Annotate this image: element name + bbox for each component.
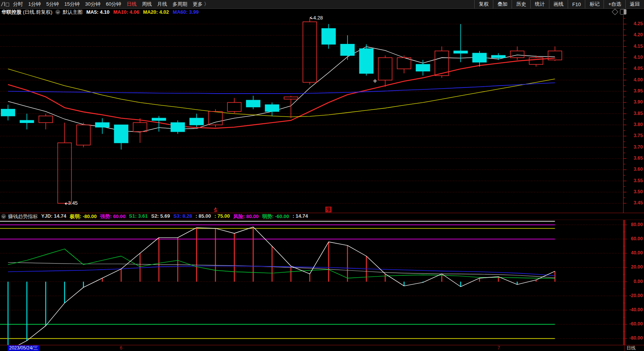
candle-body-down — [95, 123, 109, 127]
zhang-badge: 涨 — [325, 207, 332, 212]
candle-body-down — [341, 44, 354, 55]
period-tab-周线[interactable]: 周线 — [142, 1, 152, 8]
titlebar-axis-line — [623, 9, 624, 15]
indicator-tick-label: -60.00 — [626, 321, 643, 327]
period-tab-15分钟[interactable]: 15分钟 — [64, 1, 79, 8]
stock-mode: (日线.前复权) — [23, 9, 52, 16]
main-candle-chart[interactable]: 4.283.45 — [0, 15, 644, 213]
sell-signal-label: S — [214, 208, 217, 213]
candle-body-down — [265, 105, 279, 112]
candle-body-down — [20, 120, 34, 123]
price-tick-label: 4.20 — [626, 32, 643, 37]
toolbar-button-复权[interactable]: 复权 — [474, 0, 493, 8]
price-tick-label: 4.15 — [626, 44, 643, 49]
toolbar: 分时1分钟5分钟15分钟30分钟60分钟日线周线月线多周期更多 〉 复权叠加历史… — [0, 0, 644, 9]
ma-line-MA10 — [8, 58, 555, 128]
candle-body-up — [133, 123, 147, 131]
indicator-tick-label: 20.00 — [626, 264, 643, 270]
collapse-chevron-icon[interactable] — [1, 214, 6, 219]
indicator-tick-label: -80.00 — [626, 335, 643, 341]
candle-body-down — [454, 51, 467, 53]
candle-body-down — [171, 123, 185, 131]
datebar-divider — [624, 345, 625, 351]
date-bar: 2023/05/24/三 67 日线 — [0, 345, 644, 351]
price-callout: 4.28 — [313, 15, 323, 21]
indicator-tick-label: -20.00 — [626, 293, 643, 298]
month-marker-6: 6 — [120, 345, 122, 351]
price-tick-label: 3.70 — [626, 144, 643, 150]
price-tick-label: 3.90 — [626, 99, 643, 105]
app-logo-icon — [2, 2, 9, 7]
toolbar-button-统计[interactable]: 统计 — [530, 0, 549, 8]
candle-body-up — [39, 116, 53, 123]
candle-body-up — [77, 125, 90, 145]
indicator-field-3: S1: 3.61 — [129, 213, 148, 220]
period-tab-月线[interactable]: 月线 — [157, 1, 167, 8]
ma-label-1: MA10: 4.06 — [113, 9, 139, 15]
period-tab-60分钟[interactable]: 60分钟 — [106, 1, 121, 8]
toolbar-button-标记[interactable]: 标记 — [585, 0, 604, 8]
ma-label-2: MA20: 4.02 — [143, 9, 169, 15]
candle-body-down — [491, 55, 505, 58]
indicator-axis-band — [623, 220, 625, 345]
indicator-field-4: S2: 5.69 — [151, 213, 170, 220]
period-tab-日线[interactable]: 日线 — [127, 1, 137, 8]
period-tab-30分钟[interactable]: 30分钟 — [85, 1, 100, 8]
period-tab-5分钟[interactable]: 5分钟 — [46, 1, 59, 8]
candle-body-up — [510, 51, 524, 58]
toolbar-button-叠加[interactable]: 叠加 — [493, 0, 512, 8]
price-tick-label: 3.95 — [626, 88, 643, 94]
candle-body-down — [473, 53, 486, 62]
diamond-marker-icon[interactable] — [612, 9, 618, 15]
candle-body-down — [1, 109, 15, 116]
period-tab-分时[interactable]: 分时 — [13, 1, 23, 8]
indicator-field-2: 强势: 60.00 — [100, 213, 126, 220]
indicator-chart[interactable] — [0, 220, 644, 345]
period-tab-1分钟[interactable]: 1分钟 — [28, 1, 41, 8]
candle-body-down — [416, 65, 430, 71]
toolbar-button-+自选[interactable]: +自选 — [604, 0, 625, 8]
price-tick-label: 4.25 — [626, 21, 643, 26]
indicator-tick-label: 60.00 — [626, 236, 643, 241]
price-tick-label: 3.55 — [626, 178, 643, 183]
candle-body-down — [190, 118, 203, 125]
price-tick-label: 3.65 — [626, 155, 643, 161]
price-tick-label: 3.85 — [626, 111, 643, 116]
indicator-header: 赚钱趋势指标 YJD: 14.74极弱: -80.00强势: 60.00S1: … — [0, 213, 644, 220]
indicator-tick-label: 80.00 — [626, 222, 643, 227]
ma-label-0: MA5: 4.10 — [86, 9, 109, 15]
current-date-chip: 2023/05/24/三 — [8, 345, 39, 351]
ma-labels: MA5: 4.10MA10: 4.06MA20: 4.02MA60: 3.99 — [86, 9, 202, 15]
toolbar-button-历史[interactable]: 历史 — [512, 0, 530, 8]
indicator-field-0: YJD: 14.74 — [41, 213, 66, 220]
sell-signal-marker: ▲S — [213, 207, 219, 212]
candle-body-up — [397, 58, 411, 69]
price-tick-label: 3.50 — [626, 189, 643, 194]
indicator-field-8: 风险: 80.00 — [233, 213, 259, 220]
titlebar: 华联控股 (日线.前复权) 默认主图 MA5: 4.10MA10: 4.06MA… — [0, 9, 644, 15]
toolbar-button-F10[interactable]: F10 — [568, 0, 585, 8]
indicator-values: YJD: 14.74极弱: -80.00强势: 60.00S1: 3.61S2:… — [38, 213, 308, 220]
layout-label: 默认主图 — [63, 9, 82, 16]
period-tag: 日线 — [626, 345, 636, 351]
price-tick-label: 3.80 — [626, 122, 643, 127]
toolbar-buttons: 复权叠加历史统计画线F10标记+自选返回 — [474, 0, 644, 8]
chevron-down-icon[interactable] — [55, 10, 60, 15]
price-tick-label: 3.75 — [626, 133, 643, 138]
period-tab-多周期[interactable]: 多周期 — [172, 1, 187, 8]
price-callout: 3.45 — [68, 200, 77, 206]
app-window: 分时1分钟5分钟15分钟30分钟60分钟日线周线月线多周期更多 〉 复权叠加历史… — [0, 0, 644, 351]
price-tick-label: 3.45 — [626, 200, 643, 205]
candle-body-up — [227, 102, 241, 111]
callout-arrowhead — [310, 16, 312, 19]
candle-body-down — [359, 49, 373, 74]
period-tab-更多 〉[interactable]: 更多 〉 — [193, 1, 209, 8]
toolbar-button-画线[interactable]: 画线 — [549, 0, 568, 8]
price-tick-label: 4.10 — [626, 55, 643, 60]
indicator-field-10: : 14.74 — [293, 213, 308, 220]
toolbar-button-返回[interactable]: 返回 — [625, 0, 644, 8]
indicator-tick-label: -40.00 — [626, 307, 643, 312]
indicator-field-1: 极弱: -80.00 — [70, 213, 97, 220]
ma-label-3: MA60: 3.99 — [173, 9, 199, 15]
indicator-field-7: : 75.00 — [214, 213, 230, 220]
